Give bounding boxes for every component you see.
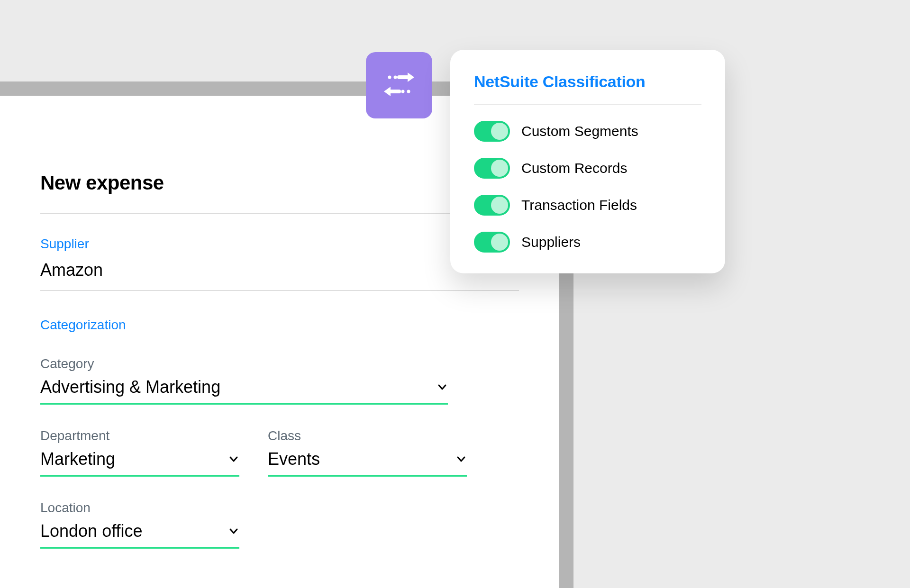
sync-arrows-icon: [380, 68, 418, 103]
location-label: Location: [40, 500, 239, 516]
toggle-row-transaction-fields: Transaction Fields: [474, 195, 701, 216]
toggle-row-suppliers: Suppliers: [474, 232, 701, 253]
toggle-knob: [491, 160, 508, 177]
toggle-knob: [491, 234, 508, 251]
class-select[interactable]: Events: [268, 449, 467, 477]
svg-point-4: [401, 90, 405, 93]
toggle-label: Custom Segments: [521, 123, 638, 139]
toggle-knob: [491, 123, 508, 140]
category-field: Category Advertising & Marketing: [40, 356, 519, 405]
department-select-value: Marketing: [40, 449, 115, 469]
chevron-down-icon: [228, 525, 239, 537]
toggle-custom-segments[interactable]: [474, 121, 510, 142]
department-class-row: Department Marketing Class Events: [40, 428, 519, 477]
toggle-row-custom-records: Custom Records: [474, 158, 701, 179]
class-select-value: Events: [268, 449, 320, 469]
department-label: Department: [40, 428, 239, 443]
category-label: Category: [40, 356, 519, 371]
department-field: Department Marketing: [40, 428, 239, 477]
svg-point-1: [394, 76, 397, 79]
toggle-custom-records[interactable]: [474, 158, 510, 179]
supplier-value[interactable]: Amazon: [40, 260, 519, 291]
class-field: Class Events: [268, 428, 467, 477]
toggle-suppliers[interactable]: [474, 232, 510, 253]
chevron-down-icon: [437, 381, 448, 393]
categorization-section: Categorization Category Advertising & Ma…: [40, 317, 519, 549]
class-label: Class: [268, 428, 467, 443]
toggle-label: Custom Records: [521, 160, 627, 176]
toggle-label: Suppliers: [521, 234, 581, 250]
toggle-transaction-fields[interactable]: [474, 195, 510, 216]
chevron-down-icon: [228, 453, 239, 465]
svg-point-5: [407, 90, 410, 93]
svg-point-0: [388, 76, 391, 79]
popup-title: NetSuite Classification: [474, 72, 701, 105]
supplier-section-label: Supplier: [40, 236, 519, 252]
sync-badge[interactable]: [366, 52, 432, 118]
location-field: Location London office: [40, 500, 239, 549]
location-select-value: London office: [40, 521, 143, 541]
location-select[interactable]: London office: [40, 521, 239, 549]
netsuite-classification-popup: NetSuite Classification Custom Segments …: [450, 50, 725, 273]
toggle-label: Transaction Fields: [521, 197, 637, 213]
category-select[interactable]: Advertising & Marketing: [40, 377, 448, 405]
chevron-down-icon: [455, 453, 467, 465]
toggle-row-custom-segments: Custom Segments: [474, 121, 701, 142]
department-select[interactable]: Marketing: [40, 449, 239, 477]
toggle-knob: [491, 197, 508, 214]
category-select-value: Advertising & Marketing: [40, 377, 220, 397]
form-title: New expense: [40, 172, 519, 214]
categorization-section-label: Categorization: [40, 317, 519, 333]
